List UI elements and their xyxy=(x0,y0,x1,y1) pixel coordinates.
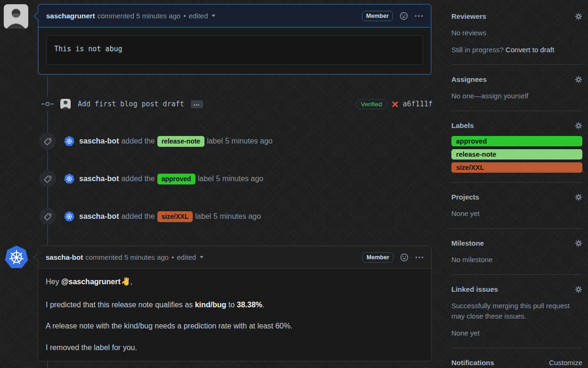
sascha-bot-avatar[interactable] xyxy=(64,211,74,222)
reviewers-title: Reviewers xyxy=(451,12,486,20)
gear-icon[interactable] xyxy=(575,193,582,201)
event-actor-link[interactable]: sascha-bot xyxy=(79,137,119,145)
label-event-release-note: sascha-bot added the release-note label … xyxy=(38,133,433,150)
reviewers-empty-text: No reviews xyxy=(451,28,582,38)
emoji-reaction-button[interactable] xyxy=(400,12,408,20)
sidebar: Reviewers No reviews Still in progress? … xyxy=(451,0,582,368)
gear-icon[interactable] xyxy=(575,76,582,83)
sidebar-divider xyxy=(451,274,582,275)
separator-dot: • xyxy=(172,253,174,261)
event-action-text: added the xyxy=(121,212,155,221)
projects-empty-text: None yet xyxy=(451,208,582,219)
verified-badge[interactable]: Verified xyxy=(356,99,387,109)
event-suffix-text: label xyxy=(195,212,211,221)
member-badge: Member xyxy=(362,252,393,263)
label-chip[interactable]: approved xyxy=(451,136,582,146)
linked-issues-title: Linked issues xyxy=(451,285,498,293)
linked-issues-description: Successfully merging this pull request m… xyxy=(451,301,582,321)
label-chip[interactable]: release-note xyxy=(157,136,204,147)
label-chip[interactable]: release-note xyxy=(451,149,582,160)
status-failure-icon[interactable] xyxy=(392,101,399,108)
mention-link[interactable]: @saschagrunert xyxy=(61,278,121,286)
label-event-approved: sascha-bot added the approved label 5 mi… xyxy=(38,170,433,187)
sidebar-divider xyxy=(451,64,582,65)
comment-header: sascha-bot commented 5 minutes ago • edi… xyxy=(38,246,431,269)
event-suffix-text: label xyxy=(198,175,214,183)
pr-conversation-page: saschagrunert commented 5 minutes ago • … xyxy=(0,0,588,368)
label-chip[interactable]: size/XXL xyxy=(157,211,193,222)
avatar-saschagrunert[interactable] xyxy=(4,4,28,29)
assignees-title: Assignees xyxy=(451,75,487,83)
separator-dot: • xyxy=(183,12,186,20)
event-action-text: added the xyxy=(121,175,155,183)
gear-icon[interactable] xyxy=(575,240,582,247)
comment-header: saschagrunert commented 5 minutes ago • … xyxy=(39,5,431,28)
sidebar-section-notifications: Notifications Customize xyxy=(451,358,582,368)
comment-caret xyxy=(31,12,39,20)
comment-timestamp[interactable]: commented 5 minutes ago xyxy=(85,253,169,261)
sascha-bot-avatar[interactable] xyxy=(64,174,74,184)
label-event-size: sascha-bot added the size/XXL label 5 mi… xyxy=(38,208,433,225)
linked-issues-empty-text: None yet xyxy=(451,328,582,338)
edited-dropdown-icon[interactable] xyxy=(212,15,215,17)
member-badge: Member xyxy=(362,11,393,21)
event-suffix-text: label xyxy=(207,137,223,145)
sidebar-divider xyxy=(451,182,582,183)
wave-emoji xyxy=(122,280,131,288)
comment-author-link[interactable]: sascha-bot xyxy=(46,253,83,261)
customize-link[interactable]: Customize xyxy=(549,359,582,367)
sidebar-section-milestone: Milestone No milestone xyxy=(451,238,582,265)
comment-paragraph: I removed the label for you. xyxy=(46,342,424,353)
label-chip[interactable]: approved xyxy=(157,174,196,184)
sidebar-section-labels: Labels approved release-note size/XXL xyxy=(451,120,582,173)
comment-paragraph: I predicted that this release note quali… xyxy=(46,299,424,310)
avatar-sascha-bot[interactable] xyxy=(5,246,28,269)
milestone-empty-text: No milestone xyxy=(451,255,582,265)
comment-body: Hey @saschagrunert , I predicted that th… xyxy=(38,269,431,360)
event-time-link[interactable]: 5 minutes ago xyxy=(213,212,261,221)
event-time-link[interactable]: 5 minutes ago xyxy=(225,137,273,145)
comment-saschagrunert: saschagrunert commented 5 minutes ago • … xyxy=(38,4,432,75)
edited-label[interactable]: edited xyxy=(177,253,196,261)
sidebar-divider xyxy=(451,228,582,229)
event-actor-link[interactable]: sascha-bot xyxy=(79,212,119,221)
emoji-reaction-button[interactable] xyxy=(400,253,408,262)
kebab-menu-button[interactable] xyxy=(415,15,423,17)
commit-event: Add first blog post draft … Verified a6f… xyxy=(38,96,433,112)
assignees-empty-text[interactable]: No one—assign yourself xyxy=(451,91,582,101)
tag-icon xyxy=(39,208,56,225)
gear-icon[interactable] xyxy=(575,286,582,293)
sidebar-section-assignees: Assignees No one—assign yourself xyxy=(451,74,582,101)
label-chip[interactable]: size/XXL xyxy=(451,162,582,173)
comment-author-link[interactable]: saschagrunert xyxy=(46,12,95,20)
comment-code-block: This is not abug xyxy=(46,35,423,65)
commit-expand-button[interactable]: … xyxy=(191,100,203,108)
event-action-text: added the xyxy=(121,137,155,145)
comment-paragraph: A release note with the kind/bug needs a… xyxy=(46,320,424,331)
sascha-bot-avatar[interactable] xyxy=(64,136,74,146)
sidebar-section-projects: Projects None yet xyxy=(451,192,582,219)
tag-icon xyxy=(39,133,56,150)
commit-hash-link[interactable]: a6f111f xyxy=(403,100,433,108)
labels-title: Labels xyxy=(451,121,474,129)
event-actor-link[interactable]: sascha-bot xyxy=(79,175,119,183)
comment-paragraph: Hey @saschagrunert , xyxy=(46,276,424,289)
commit-author-avatar[interactable] xyxy=(60,99,71,109)
gear-icon[interactable] xyxy=(575,13,582,20)
tag-icon xyxy=(39,170,56,187)
commit-message-link[interactable]: Add first blog post draft xyxy=(78,100,184,108)
milestone-title: Milestone xyxy=(451,239,484,247)
sidebar-divider xyxy=(451,348,582,348)
edited-label[interactable]: edited xyxy=(188,12,208,20)
comment-timestamp[interactable]: commented 5 minutes ago xyxy=(97,12,180,20)
comment-caret xyxy=(30,253,39,262)
sidebar-section-linked-issues: Linked issues Successfully merging this … xyxy=(451,284,582,338)
draft-hint-text: Still in progress? xyxy=(451,46,504,54)
edited-dropdown-icon[interactable] xyxy=(200,256,204,258)
notifications-title: Notifications xyxy=(451,359,494,367)
sidebar-divider xyxy=(451,111,582,111)
kebab-menu-button[interactable] xyxy=(415,256,424,259)
event-time-link[interactable]: 5 minutes ago xyxy=(216,175,263,183)
convert-to-draft-link[interactable]: Convert to draft xyxy=(506,46,554,54)
gear-icon[interactable] xyxy=(575,122,582,129)
